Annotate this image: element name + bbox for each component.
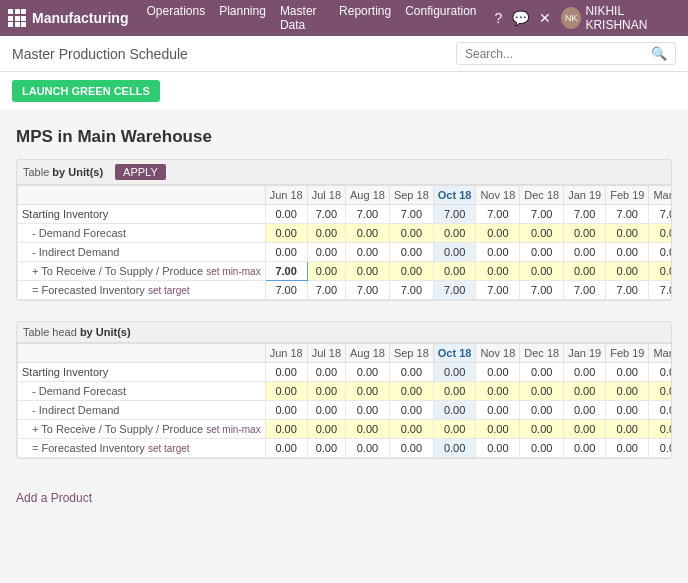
cell-value: 0.00 <box>265 401 307 420</box>
row-label: - Indirect Demand <box>18 401 266 420</box>
row-label: - Demand Forecast <box>18 224 266 243</box>
cell-value[interactable]: 0.00 <box>564 420 606 439</box>
cell-value[interactable]: 0.00 <box>520 382 564 401</box>
cell-value: 0.00 <box>564 243 606 262</box>
action-bar: LAUNCH GREEN CELLS <box>0 72 688 111</box>
nav-reporting[interactable]: Reporting <box>333 0 397 36</box>
col-jan19: Jan 19 <box>564 186 606 205</box>
cell-value[interactable]: 0.00 <box>649 262 672 281</box>
cell-value[interactable]: 0.00 <box>307 224 345 243</box>
cell-value[interactable]: 0.00 <box>346 262 390 281</box>
t2-col-header-label <box>18 344 266 363</box>
cell-value[interactable]: 0.00 <box>476 262 520 281</box>
cell-value[interactable]: 0.00 <box>389 382 433 401</box>
cell-value: 7.00 <box>606 205 649 224</box>
side-label[interactable]: set target <box>148 285 190 296</box>
cell-value[interactable]: 0.00 <box>476 224 520 243</box>
row-label: - Indirect Demand <box>18 243 266 262</box>
user-menu[interactable]: NK NIKHIL KRISHNAN <box>561 4 680 32</box>
app-brand[interactable]: Manufacturing <box>8 9 128 27</box>
cell-value[interactable]: 0.00 <box>433 224 476 243</box>
cell-value: 7.00 <box>520 281 564 300</box>
cell-value[interactable]: 0.00 <box>564 224 606 243</box>
cell-value[interactable]: 0.00 <box>476 420 520 439</box>
cell-value[interactable]: 0.00 <box>520 224 564 243</box>
cell-value: 7.00 <box>476 205 520 224</box>
nav-master-data[interactable]: Master Data <box>274 0 331 36</box>
cell-value[interactable]: 0.00 <box>307 420 345 439</box>
cell-value[interactable]: 0.00 <box>346 224 390 243</box>
cell-value[interactable]: 0.00 <box>606 382 649 401</box>
main-content: MPS in Main Warehouse Table by Unit(s) A… <box>0 111 688 529</box>
close-icon[interactable]: ✕ <box>539 10 551 26</box>
cell-value: 0.00 <box>649 243 672 262</box>
add-product-link[interactable]: Add a Product <box>16 483 92 513</box>
nav-planning[interactable]: Planning <box>213 0 272 36</box>
cell-value[interactable]: 0.00 <box>564 382 606 401</box>
row-label: + To Receive / To Supply / Produce set m… <box>18 420 266 439</box>
launch-green-cells-button[interactable]: LAUNCH GREEN CELLS <box>12 80 160 102</box>
cell-value: 7.00 <box>307 281 345 300</box>
cell-value[interactable]: 0.00 <box>389 224 433 243</box>
search-input[interactable] <box>465 47 645 61</box>
cell-value: 7.00 <box>346 205 390 224</box>
col-sep18: Sep 18 <box>389 186 433 205</box>
chat-icon[interactable]: 💬 <box>512 10 529 26</box>
apply-button[interactable]: APPLY <box>115 164 166 180</box>
t2-col-jul18: Jul 18 <box>307 344 345 363</box>
cell-value[interactable]: 0.00 <box>389 420 433 439</box>
side-label[interactable]: set min-max <box>206 266 260 277</box>
t2-col-feb19: Feb 19 <box>606 344 649 363</box>
cell-value: 7.00 <box>564 205 606 224</box>
help-icon[interactable]: ? <box>495 10 503 26</box>
cell-value[interactable]: 0.00 <box>346 420 390 439</box>
side-label[interactable]: set min-max <box>206 424 260 435</box>
search-bar[interactable]: 🔍 <box>456 42 676 65</box>
cell-value[interactable]: 0.00 <box>649 420 672 439</box>
cell-value[interactable]: 0.00 <box>346 382 390 401</box>
cell-value: 0.00 <box>389 243 433 262</box>
cell-value[interactable]: 0.00 <box>564 262 606 281</box>
table-row: Starting Inventory0.007.007.007.007.007.… <box>18 205 673 224</box>
cell-value: 0.00 <box>265 205 307 224</box>
cell-value: 0.00 <box>564 363 606 382</box>
search-icon: 🔍 <box>651 46 667 61</box>
col-mar19: Mar 19 <box>649 186 672 205</box>
cell-value: 0.00 <box>520 243 564 262</box>
cell-value[interactable]: 0.00 <box>520 262 564 281</box>
cell-value[interactable]: 0.00 <box>606 224 649 243</box>
cell-value: 0.00 <box>265 363 307 382</box>
cell-value[interactable]: 0.00 <box>433 262 476 281</box>
cell-value[interactable]: 0.00 <box>265 420 307 439</box>
nav-configuration[interactable]: Configuration <box>399 0 482 36</box>
cell-value[interactable]: 0.00 <box>389 262 433 281</box>
cell-value[interactable]: 0.00 <box>606 262 649 281</box>
nav-operations[interactable]: Operations <box>140 0 211 36</box>
row-label: - Demand Forecast <box>18 382 266 401</box>
table-row: + To Receive / To Supply / Produce set m… <box>18 262 673 281</box>
cell-value[interactable]: 0.00 <box>606 420 649 439</box>
cell-value: 0.00 <box>649 363 672 382</box>
cell-value: 0.00 <box>476 243 520 262</box>
side-label[interactable]: set target <box>148 443 190 454</box>
cell-value[interactable]: 0.00 <box>307 262 345 281</box>
cell-value: 0.00 <box>433 439 476 458</box>
cell-value[interactable]: 0.00 <box>476 382 520 401</box>
cell-value[interactable]: 0.00 <box>520 420 564 439</box>
row-label: = Forecasted Inventory set target <box>18 281 266 300</box>
cell-value: 0.00 <box>520 401 564 420</box>
cell-value: 0.00 <box>389 439 433 458</box>
cell-value[interactable]: 0.00 <box>433 420 476 439</box>
cell-value[interactable]: 0.00 <box>433 382 476 401</box>
cell-value[interactable]: 0.00 <box>265 382 307 401</box>
cell-value: 0.00 <box>265 243 307 262</box>
row-label: = Forecasted Inventory set target <box>18 439 266 458</box>
row-label: + To Receive / To Supply / Produce set m… <box>18 262 266 281</box>
cell-value[interactable]: 0.00 <box>649 224 672 243</box>
cell-value[interactable]: 0.00 <box>649 382 672 401</box>
cell-value: 7.00 <box>606 281 649 300</box>
cell-value: 0.00 <box>606 439 649 458</box>
cell-value[interactable]: 0.00 <box>265 224 307 243</box>
cell-value: 0.00 <box>564 401 606 420</box>
cell-value[interactable]: 0.00 <box>307 382 345 401</box>
